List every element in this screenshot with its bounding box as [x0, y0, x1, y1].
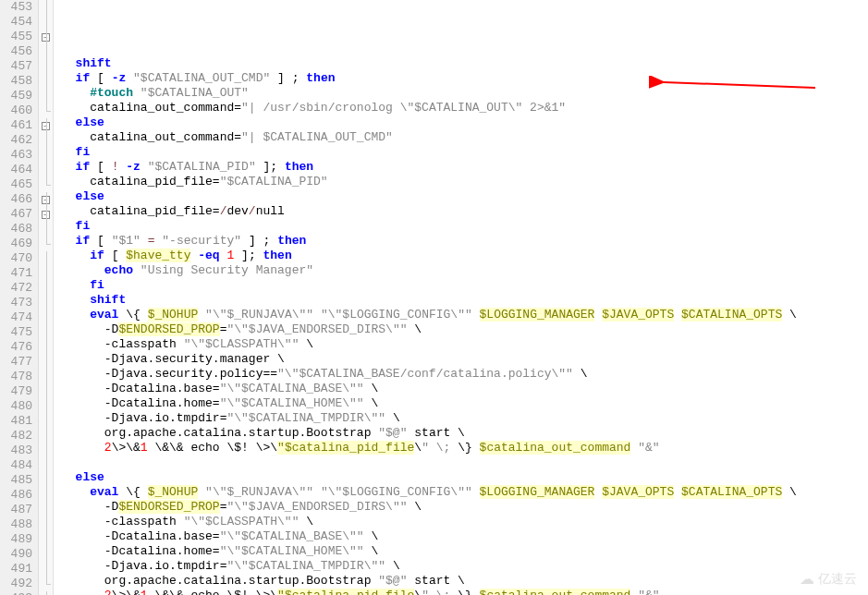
- code-area[interactable]: shift if [ -z "$CATALINA_OUT_CMD" ] ; th…: [54, 0, 868, 595]
- code-line[interactable]: -D$ENDORSED_PROP="\"$JAVA_ENDORSED_DIRS\…: [61, 500, 868, 515]
- code-line[interactable]: -Djava.io.tmpdir="\"$CATALINA_TMPDIR\"" …: [61, 559, 868, 574]
- fold-marker[interactable]: −: [39, 30, 53, 44]
- fold-marker: [39, 251, 53, 266]
- code-line[interactable]: catalina_out_command="| /usr/sbin/cronol…: [61, 101, 868, 115]
- line-number: 484: [6, 458, 32, 473]
- code-line[interactable]: org.apache.catalina.startup.Bootstrap "$…: [61, 426, 868, 441]
- code-line[interactable]: if [ -z "$CATALINA_OUT_CMD" ] ; then: [61, 71, 868, 86]
- fold-marker: [39, 89, 53, 103]
- fold-marker: [39, 503, 53, 517]
- fold-gutter: −−−−: [39, 0, 54, 595]
- line-number: 489: [6, 532, 32, 547]
- line-number: 487: [6, 503, 32, 517]
- code-line[interactable]: catalina_pid_file=/dev/null: [61, 204, 868, 219]
- line-number: 464: [6, 163, 32, 177]
- fold-marker[interactable]: −: [39, 192, 53, 207]
- code-line[interactable]: catalina_out_command="| $CATALINA_OUT_CM…: [61, 130, 868, 145]
- fold-marker: [39, 532, 53, 547]
- line-number: 471: [6, 266, 32, 281]
- line-number: 492: [6, 577, 32, 591]
- code-line[interactable]: shift: [61, 56, 868, 71]
- line-number: 475: [6, 325, 32, 340]
- line-number: 488: [6, 517, 32, 532]
- fold-marker: [39, 384, 53, 399]
- line-number: 467: [6, 207, 32, 222]
- code-line[interactable]: -Djava.security.policy=="\"$CATALINA_BAS…: [61, 367, 868, 382]
- code-line[interactable]: fi: [61, 219, 868, 234]
- code-line[interactable]: -classpath "\"$CLASSPATH\"" \: [61, 337, 868, 352]
- line-number: 478: [6, 370, 32, 384]
- line-number: 493: [6, 591, 32, 595]
- code-line[interactable]: eval \{ $_NOHUP "\"$_RUNJAVA\"" "\"$LOGG…: [61, 308, 868, 322]
- line-number: 454: [6, 15, 32, 30]
- line-number: 480: [6, 399, 32, 414]
- code-line[interactable]: else: [61, 470, 868, 485]
- fold-marker: [39, 340, 53, 355]
- code-line[interactable]: #touch "$CATALINA_OUT": [61, 86, 868, 101]
- code-line[interactable]: catalina_pid_file="$CATALINA_PID": [61, 175, 868, 189]
- fold-marker: [39, 399, 53, 414]
- line-number: 491: [6, 562, 32, 577]
- fold-marker: [39, 177, 53, 192]
- fold-marker: [39, 429, 53, 443]
- fold-marker: [39, 458, 53, 473]
- code-line[interactable]: eval \{ $_NOHUP "\"$_RUNJAVA\"" "\"$LOGG…: [61, 485, 868, 500]
- code-line[interactable]: if [ "$1" = "-security" ] ; then: [61, 234, 868, 249]
- fold-marker[interactable]: −: [39, 118, 53, 133]
- fold-marker: [39, 296, 53, 310]
- fold-marker: [39, 591, 53, 595]
- code-line[interactable]: else: [61, 115, 868, 130]
- line-number: 465: [6, 177, 32, 192]
- line-number: 469: [6, 237, 32, 251]
- line-number: 463: [6, 148, 32, 163]
- code-line[interactable]: -D$ENDORSED_PROP="\"$JAVA_ENDORSED_DIRS\…: [61, 322, 868, 337]
- code-line[interactable]: -Dcatalina.base="\"$CATALINA_BASE\"" \: [61, 529, 868, 544]
- code-line[interactable]: -Djava.io.tmpdir="\"$CATALINA_TMPDIR\"" …: [61, 411, 868, 426]
- code-line[interactable]: -classpath "\"$CLASSPATH\"" \: [61, 515, 868, 529]
- fold-marker: [39, 443, 53, 458]
- line-number: 474: [6, 310, 32, 325]
- fold-marker: [39, 148, 53, 163]
- line-number: 481: [6, 414, 32, 429]
- code-line[interactable]: fi: [61, 145, 868, 160]
- line-number: 457: [6, 59, 32, 74]
- fold-marker: [39, 222, 53, 237]
- fold-marker: [39, 577, 53, 591]
- code-line[interactable]: [61, 455, 868, 470]
- code-line[interactable]: if [ ! -z "$CATALINA_PID" ]; then: [61, 160, 868, 175]
- code-line[interactable]: shift: [61, 293, 868, 308]
- fold-marker: [39, 133, 53, 148]
- line-number: 458: [6, 74, 32, 89]
- fold-marker: [39, 237, 53, 251]
- code-line[interactable]: if [ $have_tty -eq 1 ]; then: [61, 249, 868, 263]
- code-line[interactable]: fi: [61, 278, 868, 293]
- line-number: 476: [6, 340, 32, 355]
- code-line[interactable]: org.apache.catalina.startup.Bootstrap "$…: [61, 574, 868, 589]
- fold-marker[interactable]: −: [39, 207, 53, 222]
- code-line[interactable]: 2\>\&1 \&\& echo \$! \>\"$catalina_pid_f…: [61, 441, 868, 455]
- fold-marker: [39, 281, 53, 296]
- fold-marker: [39, 44, 53, 59]
- line-number: 460: [6, 103, 32, 118]
- fold-marker: [39, 74, 53, 89]
- fold-marker: [39, 0, 53, 15]
- code-line[interactable]: else: [61, 189, 868, 204]
- fold-marker: [39, 414, 53, 429]
- code-line[interactable]: -Djava.security.manager \: [61, 352, 868, 367]
- line-number: 455: [6, 30, 32, 44]
- code-line[interactable]: -Dcatalina.home="\"$CATALINA_HOME\"" \: [61, 396, 868, 411]
- watermark: ☁ 亿速云: [800, 570, 857, 588]
- line-number: 473: [6, 296, 32, 310]
- fold-marker: [39, 517, 53, 532]
- code-line[interactable]: echo "Using Security Manager": [61, 263, 868, 278]
- code-line[interactable]: [61, 42, 868, 56]
- fold-marker: [39, 15, 53, 30]
- code-line[interactable]: -Dcatalina.home="\"$CATALINA_HOME\"" \: [61, 544, 868, 559]
- line-number: 453: [6, 0, 32, 15]
- line-number: 486: [6, 488, 32, 503]
- code-line[interactable]: -Dcatalina.base="\"$CATALINA_BASE\"" \: [61, 382, 868, 396]
- fold-marker: [39, 370, 53, 384]
- code-line[interactable]: 2\>\&1 \&\& echo \$! \>\"$catalina_pid_f…: [61, 589, 868, 595]
- line-number: 456: [6, 44, 32, 59]
- cloud-icon: ☁: [800, 570, 814, 588]
